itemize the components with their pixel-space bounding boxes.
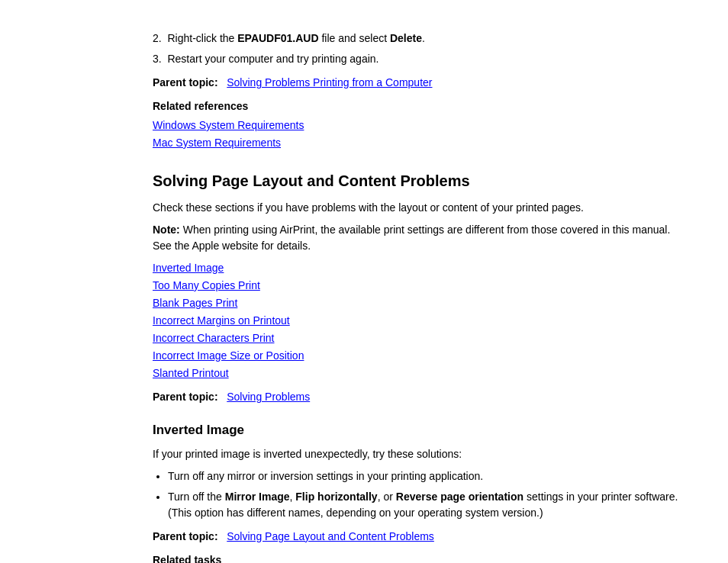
sub-parent-topic-line: Parent topic: Solving Page Layout and Co… — [153, 529, 682, 545]
incorrect-image-size-link[interactable]: Incorrect Image Size or Position — [153, 348, 682, 364]
bullet-2: Turn off the Mirror Image, Flip horizont… — [168, 489, 682, 521]
step-3: 3. Restart your computer and try printin… — [153, 51, 682, 67]
note-prefix: Note: — [153, 224, 180, 236]
slanted-printout-link[interactable]: Slanted Printout — [153, 365, 682, 381]
too-many-copies-link[interactable]: Too Many Copies Print — [153, 278, 682, 294]
subsection-heading: Inverted Image — [153, 420, 682, 440]
sub-parent-topic-link[interactable]: Solving Page Layout and Content Problems — [227, 530, 434, 542]
incorrect-characters-link[interactable]: Incorrect Characters Print — [153, 330, 682, 346]
step-3-text: 3. Restart your computer and try printin… — [153, 53, 378, 65]
related-references-label: Related references — [153, 98, 682, 114]
reverse-orientation-bold: Reverse page orientation — [396, 491, 523, 503]
section-parent-topic-label: Parent topic: — [153, 391, 218, 403]
parent-topic-line: Parent topic: Solving Problems Printing … — [153, 75, 682, 91]
delete-label: Delete — [390, 32, 422, 44]
step-2-number: 2. Right-click the EPAUDF01.AUD file and… — [153, 32, 425, 44]
bullet-list: Turn off any mirror or inversion setting… — [168, 468, 682, 521]
bullet-2-text: Turn off the Mirror Image, Flip horizont… — [168, 491, 678, 519]
windows-system-requirements-link[interactable]: Windows System Requirements — [153, 117, 682, 134]
parent-topic-link[interactable]: Solving Problems Printing from a Compute… — [227, 76, 432, 88]
section-description: Check these sections if you have problem… — [153, 200, 682, 216]
blank-pages-link[interactable]: Blank Pages Print — [153, 295, 682, 311]
subsection-description: If your printed image is inverted unexpe… — [153, 446, 682, 462]
step-2: 2. Right-click the EPAUDF01.AUD file and… — [153, 31, 682, 47]
mirror-image-bold: Mirror Image — [225, 491, 290, 503]
sub-parent-topic-label: Parent topic: — [153, 530, 218, 542]
note-body: When printing using AirPrint, the availa… — [153, 224, 670, 252]
note-block: Note: When printing using AirPrint, the … — [153, 222, 682, 254]
inverted-image-link[interactable]: Inverted Image — [153, 260, 682, 276]
incorrect-margins-link[interactable]: Incorrect Margins on Printout — [153, 313, 682, 329]
section-heading: Solving Page Layout and Content Problems — [153, 169, 682, 192]
related-tasks-label: Related tasks — [153, 552, 682, 564]
flip-horizontally-bold: Flip horizontally — [295, 491, 377, 503]
section-parent-topic-line: Parent topic: Solving Problems — [153, 389, 682, 405]
section-parent-topic-link[interactable]: Solving Problems — [227, 391, 310, 403]
related-references-links: Windows System Requirements Mac System R… — [153, 117, 682, 151]
bullet-1-text: Turn off any mirror or inversion setting… — [168, 470, 483, 482]
page-content: 2. Right-click the EPAUDF01.AUD file and… — [153, 31, 682, 563]
parent-topic-label: Parent topic: — [153, 76, 218, 88]
epaudf-filename: EPAUDF01.AUD — [237, 32, 318, 44]
bullet-1: Turn off any mirror or inversion setting… — [168, 468, 682, 484]
section-links-list: Inverted Image Too Many Copies Print Bla… — [153, 260, 682, 381]
mac-system-requirements-link[interactable]: Mac System Requirements — [153, 135, 682, 151]
